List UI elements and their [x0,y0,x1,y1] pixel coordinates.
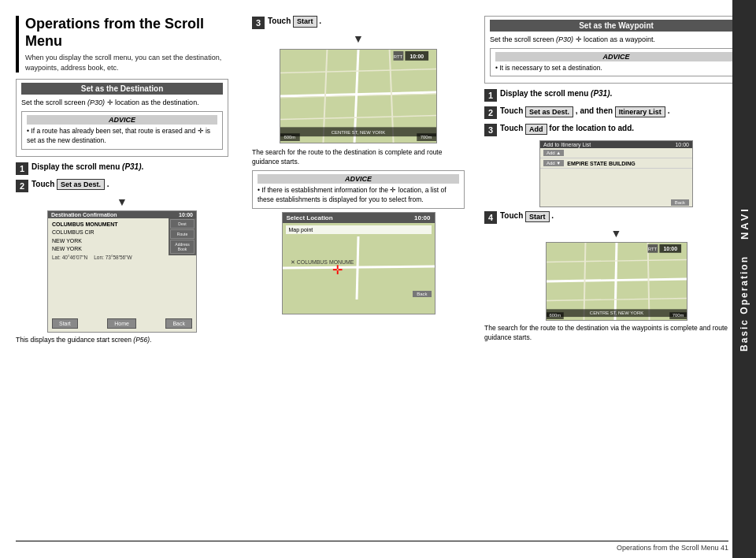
page-footer: Operations from the Scroll Menu 41 [16,541,728,552]
itinerary-list-btn[interactable]: Itinerary List [615,106,665,118]
waypoint-advice-header: ADVICE [495,52,737,61]
side-tab: NAVI Basic Operation [732,0,756,558]
middle-column: 3 Touch Start . ▼ 10:00 [244,16,472,534]
left-column: Operations from the Scroll Menu When you… [16,16,236,534]
svg-text:✛: ✛ [332,262,342,276]
waypoint-step-3: 3 Touch Add for the location to add. [484,123,748,136]
start-button-step3[interactable]: Start [293,16,317,28]
navi-label: NAVI [739,206,750,240]
svg-line-20 [357,236,358,299]
select-loc-header: Select Location 10:00 [283,213,435,223]
set-as-dest-btn-waypoint[interactable]: Set as Dest. [525,106,573,118]
select-loc-map-point[interactable]: Map point [286,225,432,234]
step-3-mid: 3 Touch Start . [252,16,465,29]
svg-text:CENTRE ST, NEW YORK: CENTRE ST, NEW YORK [332,130,385,135]
step-3-content: Touch Start . [268,16,321,28]
step-1-num: 1 [16,162,28,175]
step-2: 2 Touch Set as Dest. . [16,179,228,192]
waypoint-step-2-content: Touch Set as Dest. , and then Itinerary … [500,106,669,117]
select-loc-screen: Select Location 10:00 Map point ✕ COLUMB… [282,212,435,314]
set-as-dest-button[interactable]: Set as Dest. [57,179,105,191]
waypoint-advice-box: ADVICE • It is necessary to set a destin… [490,48,743,77]
svg-text:700m: 700m [672,314,684,318]
side-panel-addr-btn[interactable]: Address Book [170,240,195,254]
select-map-svg: ✕ COLUMBUS MONUME ✛ [283,236,435,299]
itinerary-back-wrapper: Back [671,199,689,205]
svg-text:RTT: RTT [647,247,657,251]
add-btn-waypoint[interactable]: Add [525,124,547,136]
svg-text:600m: 600m [284,135,295,140]
map-roads-svg-2: 10:00 RTT CENTRE ST, NEW YORK 600m 700m [547,243,687,320]
mid-advice-box: ADVICE • If there is establishment infor… [252,170,465,209]
dest-lon: 73°58'56"W [106,255,132,260]
svg-text:700m: 700m [421,135,432,140]
step-3-num: 3 [252,17,265,29]
waypoint-section: Set as the Waypoint Set the scroll scree… [484,16,748,84]
start-button-dest[interactable]: Start [52,318,78,329]
back-button-dest2[interactable]: Back [165,318,192,329]
waypoint-step-1: 1 Display the scroll menu (P31). [484,88,748,102]
itinerary-header: Add to Itinerary List 10:00 [540,141,692,148]
page-title: Operations from the Scroll Menu [25,16,228,50]
start-btn-waypoint[interactable]: Start [525,211,550,223]
itinerary-back-btn[interactable]: Back [671,199,689,206]
waypoint-step-4: 4 Touch Start . [484,210,748,224]
page: Operations from the Scroll Menu When you… [0,0,756,558]
side-panel-route-btn[interactable]: Route [170,229,195,239]
dest-advice-box: ADVICE • If a route has already been set… [21,111,223,150]
right-column: Set as the Waypoint Set the scroll scree… [480,16,748,534]
mid-advice-header: ADVICE [258,174,459,184]
dest-confirm-screen: Destination Confirmation 10:00 COLUMBUS … [47,210,197,333]
dest-confirm-buttons: Start Home Back [48,317,196,330]
back-button-select-loc[interactable]: Back [413,291,431,297]
map-roads-svg-1: 10:00 RTT CENTRE ST, NEW YORK 600m 700m [280,50,436,143]
waypoint-advice-text: • It is necessary to set a destination. [495,64,737,73]
nav-screen-waypoint: 10:00 RTT CENTRE ST, NEW YORK 600m 700m [546,242,687,321]
dest-confirm-time: 10:00 [179,212,193,218]
itinerary-row-1: Add ▲ [540,148,692,158]
back-button-dest[interactable]: Home [107,318,136,329]
down-arrow-1: ▼ [16,196,228,207]
dest-confirm-title: Destination Confirmation [51,212,117,218]
main-title-box: Operations from the Scroll Menu When you… [16,16,228,73]
waypoint-step-2: 2 Touch Set as Dest. , and then Itinerar… [484,106,748,119]
svg-text:10:00: 10:00 [410,54,424,59]
select-loc-title: Select Location [287,214,333,221]
side-panel: Dest Route Address Book [169,218,196,255]
mid-caption-1: The search for the route to the destinat… [252,148,465,167]
nav-screen-1: 10:00 RTT CENTRE ST, NEW YORK 600m 700m [280,49,437,143]
side-panel-dest-btn[interactable]: Dest [170,219,195,229]
svg-text:✕ COLUMBUS MONUME: ✕ COLUMBUS MONUME [290,259,354,265]
waypoint-text: Set the scroll screen (P30) ✛ location a… [490,35,743,45]
svg-text:CENTRE ST, NEW YORK: CENTRE ST, NEW YORK [589,311,643,316]
svg-line-25 [615,243,617,320]
waypoint-step-4-num: 4 [484,211,497,224]
itinerary-screen: Add to Itinerary List 10:00 Add ▲ Add ▼ … [539,140,693,207]
svg-text:10:00: 10:00 [663,246,677,251]
set-dest-text: Set the scroll screen (P30) ✛ location a… [21,98,223,108]
dest-advice-header: ADVICE [27,115,217,125]
basic-op-label: Basic Operation [739,255,750,352]
set-as-destination-section: Set as the Destination Set the scroll sc… [16,79,228,156]
down-arrow-3: ▼ [484,228,748,239]
itinerary-time: 10:00 [675,142,689,147]
down-arrow-2: ▼ [252,33,465,44]
select-loc-map: ✕ COLUMBUS MONUME ✛ Back [283,236,435,299]
dest-screen-caption: This displays the guidance start screen … [16,336,228,345]
page-subtitle: When you display the scroll menu, you ca… [25,53,228,73]
itinerary-add-btn-1[interactable]: Add ▲ [543,150,564,156]
waypoint-step-4-content: Touch Start . [500,210,554,222]
step-1: 1 Display the scroll menu (P31). [16,162,228,175]
footer-text: Operations from the Scroll Menu 41 [617,544,728,552]
empire-state-label: EMPIRE STATE BUILDING [567,161,635,166]
waypoint-header: Set as the Waypoint [490,20,743,32]
step-2-content: Touch Set as Dest. . [32,179,109,191]
itinerary-add-btn-2[interactable]: Add ▼ [543,160,564,166]
svg-text:RTT: RTT [394,54,403,59]
dest-advice-text: • If a route has already been set, that … [27,127,217,146]
waypoint-step-1-num: 1 [484,89,497,102]
svg-text:600m: 600m [549,314,561,318]
select-loc-time: 10:00 [414,214,430,221]
waypoint-step-1-content: Display the scroll menu (P31). [500,88,612,99]
itinerary-title: Add to Itinerary List [543,142,591,147]
